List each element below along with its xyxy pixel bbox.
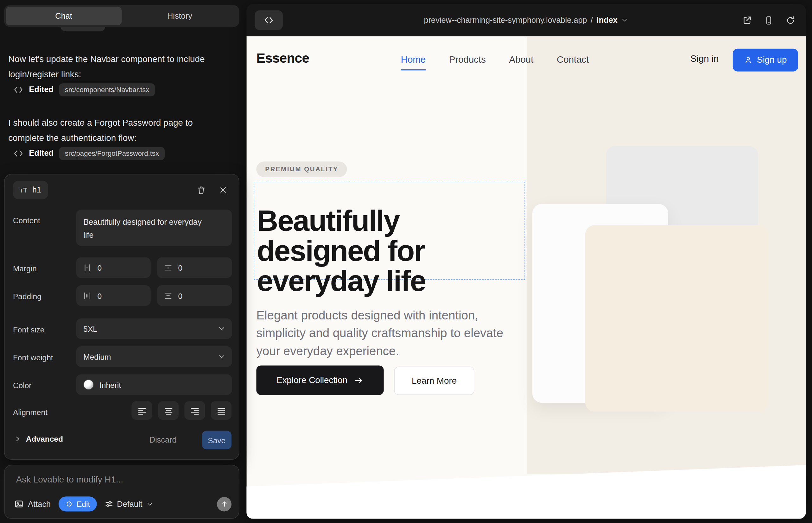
- preview-frame: preview--charming-site-symphony.lovable.…: [246, 4, 806, 519]
- sign-in-link[interactable]: Sign in: [690, 53, 719, 64]
- toolbar-actions: [742, 4, 795, 36]
- padding-label: Padding: [13, 292, 41, 301]
- url-separator: /: [590, 16, 593, 25]
- margin-x-input[interactable]: 0: [76, 257, 151, 278]
- current-page: index: [597, 16, 618, 25]
- margin-y-icon: [164, 263, 173, 272]
- typography-icon: тT: [20, 186, 28, 194]
- save-button[interactable]: Save: [202, 431, 231, 449]
- chat-composer: Attach Edit Default: [4, 465, 239, 519]
- chevron-down-icon: [621, 16, 628, 24]
- hero-heading[interactable]: Beautifully designed for everyday life: [257, 205, 516, 296]
- font-size-select[interactable]: 5XL: [76, 319, 232, 339]
- content-input[interactable]: Beautifully designed for everyday life: [76, 210, 232, 246]
- align-right-button[interactable]: [184, 401, 205, 420]
- user-icon: [744, 56, 752, 64]
- nav-link-home[interactable]: Home: [401, 54, 426, 65]
- element-tag-label: h1: [32, 185, 41, 194]
- align-center-button[interactable]: [158, 401, 179, 420]
- panel-tabs: Chat History: [4, 5, 239, 27]
- browser-toolbar: preview--charming-site-symphony.lovable.…: [246, 4, 806, 36]
- padding-y-input[interactable]: 0: [157, 285, 232, 306]
- margin-label: Margin: [13, 264, 37, 273]
- open-external-icon[interactable]: [742, 15, 752, 25]
- padding-y-icon: [164, 291, 173, 300]
- color-swatch: [83, 380, 94, 390]
- padding-x-input[interactable]: 0: [76, 285, 151, 306]
- target-icon: [65, 500, 73, 508]
- selected-h1-outline[interactable]: Beautifully designed for everyday life: [254, 182, 525, 279]
- chevron-down-icon: [217, 353, 226, 361]
- composer-toolbar: Attach Edit Default: [14, 497, 231, 511]
- url-breadcrumb[interactable]: preview--charming-site-symphony.lovable.…: [329, 4, 723, 36]
- refresh-icon[interactable]: [786, 15, 796, 25]
- chevron-down-icon: [217, 325, 226, 333]
- mobile-view-icon[interactable]: [764, 15, 774, 25]
- file-chip[interactable]: src/pages/ForgotPassword.tsx: [59, 147, 165, 160]
- delete-element-button[interactable]: [194, 183, 208, 197]
- edited-file-row: Edited src/components/Navbar.tsx: [14, 82, 155, 97]
- decorative-card-beige: [585, 225, 768, 412]
- code-view-toggle[interactable]: [255, 11, 283, 30]
- code-icon: [14, 85, 23, 94]
- margin-x-icon: [83, 263, 92, 272]
- file-chip[interactable]: src/components/Navbar.tsx: [59, 83, 155, 96]
- chevron-down-icon: [146, 500, 153, 507]
- edited-label: Edited: [29, 148, 54, 158]
- site-logo[interactable]: Essence: [256, 50, 309, 67]
- premium-badge: PREMIUM QUALITY: [256, 161, 347, 177]
- learn-more-button[interactable]: Learn More: [394, 366, 474, 395]
- align-justify-button[interactable]: [211, 401, 231, 420]
- edited-label: Edited: [29, 85, 54, 94]
- sliders-icon: [105, 500, 113, 508]
- diagonal-section-divider: [246, 462, 806, 519]
- sign-up-button[interactable]: Sign up: [733, 49, 798, 72]
- site-preview: Essence Home Products About Contact Sign…: [246, 36, 806, 519]
- advanced-toggle[interactable]: Advanced: [14, 434, 63, 443]
- nav-link-products[interactable]: Products: [449, 54, 486, 65]
- site-navbar: Essence Home Products About Contact Sign…: [246, 36, 806, 83]
- discard-button[interactable]: Discard: [149, 435, 177, 445]
- explore-collection-button[interactable]: Explore Collection: [256, 365, 384, 395]
- arrow-right-icon: [354, 376, 363, 385]
- chat-message: Now let's update the Navbar component to…: [8, 52, 205, 82]
- font-weight-select[interactable]: Medium: [76, 346, 232, 367]
- prompt-input[interactable]: [15, 474, 229, 492]
- model-select[interactable]: Default: [105, 499, 153, 508]
- align-left-button[interactable]: [131, 401, 152, 420]
- padding-x-icon: [83, 291, 92, 300]
- image-attach-icon: [14, 499, 24, 509]
- font-size-label: Font size: [13, 325, 45, 334]
- color-select[interactable]: Inherit: [76, 374, 232, 395]
- edit-mode-button[interactable]: Edit: [58, 497, 97, 511]
- nav-link-contact[interactable]: Contact: [557, 54, 589, 65]
- hero-paragraph: Elegant products designed with intention…: [256, 306, 509, 360]
- chat-message: I should also create a Forgot Password p…: [8, 116, 205, 145]
- app-window: Chat History Now let's update the Navbar…: [0, 0, 812, 523]
- tab-history[interactable]: History: [122, 7, 237, 25]
- selected-element-pill[interactable]: тT h1: [13, 181, 48, 199]
- tab-chat[interactable]: Chat: [6, 7, 122, 25]
- preview-url: preview--charming-site-symphony.lovable.…: [424, 16, 587, 25]
- attach-button[interactable]: Attach: [14, 499, 51, 509]
- font-weight-label: Font weight: [13, 353, 53, 362]
- nav-links: Home Products About Contact: [401, 36, 589, 83]
- nav-link-about[interactable]: About: [509, 54, 534, 65]
- element-editor-card: тT h1 Content Beautifully designed for e…: [4, 174, 239, 460]
- chat-panel: Chat History Now let's update the Navbar…: [0, 0, 246, 523]
- edited-file-row: Edited src/pages/ForgotPassword.tsx: [14, 146, 165, 161]
- code-icon: [14, 148, 23, 158]
- close-editor-button[interactable]: [216, 183, 231, 197]
- send-button[interactable]: [217, 497, 231, 511]
- margin-y-input[interactable]: 0: [157, 257, 232, 278]
- alignment-label: Alignment: [13, 408, 48, 417]
- content-label: Content: [13, 216, 40, 225]
- color-label: Color: [13, 381, 32, 390]
